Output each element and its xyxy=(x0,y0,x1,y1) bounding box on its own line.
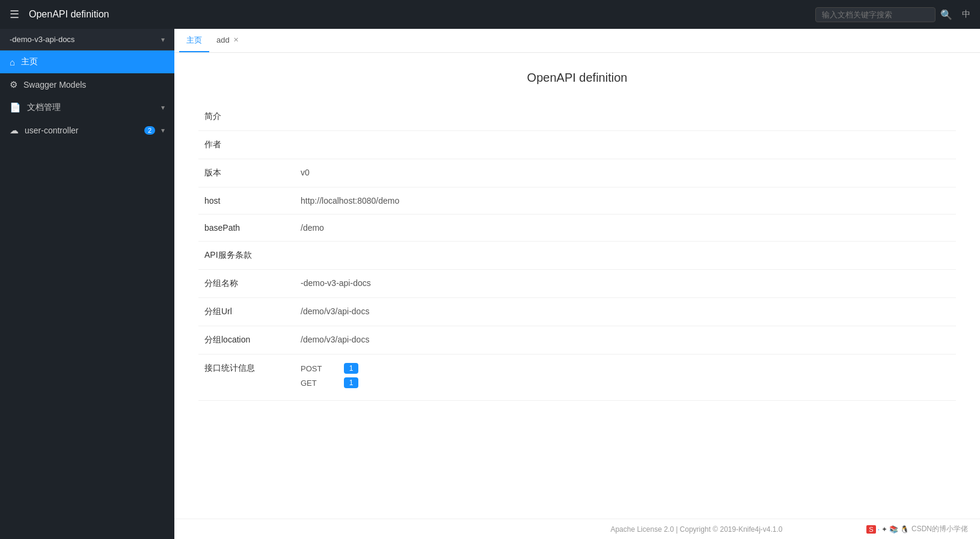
table-row: 分组location /demo/v3/api-docs xyxy=(198,326,956,355)
field-value: /demo/v3/api-docs xyxy=(295,326,956,355)
table-row: 作者 xyxy=(198,131,956,159)
field-label: 分组Url xyxy=(198,298,295,326)
method-label-get: GET xyxy=(301,379,337,388)
field-label: basePath xyxy=(198,215,295,242)
table-row-methods: 接口统计信息 POST 1 GET 1 xyxy=(198,355,956,401)
search-input[interactable] xyxy=(815,7,936,22)
tab-add[interactable]: add ✕ xyxy=(209,29,246,52)
field-label: 简介 xyxy=(198,103,295,131)
table-row: 分组名称 -demo-v3-api-docs xyxy=(198,270,956,298)
main-content: OpenAPI definition 简介 作者 版本 v0 xyxy=(174,53,980,519)
header-title: OpenAPI definition xyxy=(29,9,815,20)
field-value: http://localhost:8080/demo xyxy=(295,187,956,215)
field-label: 作者 xyxy=(198,131,295,159)
field-value: v0 xyxy=(295,159,956,187)
footer: Apache License 2.0 | Copyright © 2019-Kn… xyxy=(174,519,980,539)
table-row: host http://localhost:8080/demo xyxy=(198,187,956,215)
field-value xyxy=(295,131,956,159)
method-label-post: POST xyxy=(301,364,337,373)
menu-icon[interactable]: ☰ xyxy=(10,8,19,21)
book-icon: 📚 xyxy=(889,525,898,534)
info-table: 简介 作者 版本 v0 host http://localhost:8080/d… xyxy=(198,103,956,401)
close-icon[interactable]: ✕ xyxy=(233,36,239,44)
tab-home[interactable]: 主页 xyxy=(179,29,209,52)
field-value: /demo/v3/api-docs xyxy=(295,298,956,326)
footer-right: S · ✦ 📚 🐧 CSDN的博小学佬 xyxy=(866,524,968,534)
project-select-label: -demo-v3-api-docs xyxy=(10,35,75,44)
lang-button[interactable]: 中 xyxy=(962,9,970,20)
footer-right-icons: S · ✦ 📚 🐧 xyxy=(866,525,909,534)
field-label: host xyxy=(198,187,295,215)
sidebar-item-docs[interactable]: 📄 文档管理 ▾ xyxy=(0,96,174,119)
table-row: basePath /demo xyxy=(198,215,956,242)
chevron-down-icon: ▾ xyxy=(161,35,165,44)
field-label: 版本 xyxy=(198,159,295,187)
table-row: API服务条款 xyxy=(198,242,956,270)
field-label: API服务条款 xyxy=(198,242,295,270)
table-row: 分组Url /demo/v3/api-docs xyxy=(198,298,956,326)
chevron-down-icon: ▾ xyxy=(161,103,165,112)
table-row: 版本 v0 xyxy=(198,159,956,187)
field-label: 接口统计信息 xyxy=(198,355,295,401)
cloud-icon: ☁ xyxy=(10,125,19,136)
top-header: ☰ OpenAPI definition 🔍 中 xyxy=(0,0,980,29)
field-value: -demo-v3-api-docs xyxy=(295,270,956,298)
field-value-methods: POST 1 GET 1 xyxy=(295,355,956,401)
main-layout: -demo-v3-api-docs ▾ ⌂ 主页 ⚙ Swagger Model… xyxy=(0,29,980,539)
sidebar-item-label: 主页 xyxy=(21,56,165,67)
field-label: 分组location xyxy=(198,326,295,355)
field-value xyxy=(295,242,956,270)
field-value: /demo xyxy=(295,215,956,242)
table-row: 简介 xyxy=(198,103,956,131)
tab-label: add xyxy=(216,35,230,44)
method-badge-get: 1 xyxy=(344,377,358,388)
sidebar-item-label: user-controller xyxy=(25,126,138,135)
footer-right-label: CSDN的博小学佬 xyxy=(911,524,968,534)
star-icon: ✦ xyxy=(881,525,887,534)
chevron-down-icon: ▾ xyxy=(161,126,165,135)
document-icon: 📄 xyxy=(10,102,21,113)
content-area: 主页 add ✕ OpenAPI definition 简介 作者 xyxy=(174,29,980,539)
footer-center: Apache License 2.0 | Copyright © 2019-Kn… xyxy=(527,525,867,534)
badge: 2 xyxy=(144,126,155,135)
sidebar: -demo-v3-api-docs ▾ ⌂ 主页 ⚙ Swagger Model… xyxy=(0,29,174,539)
sidebar-item-user-controller[interactable]: ☁ user-controller 2 ▾ xyxy=(0,119,174,142)
field-value xyxy=(295,103,956,131)
gear-icon: ⚙ xyxy=(10,79,17,90)
sidebar-item-swagger[interactable]: ⚙ Swagger Models xyxy=(0,73,174,96)
tab-label: 主页 xyxy=(186,35,202,46)
method-row-post: POST 1 xyxy=(301,363,950,374)
sidebar-item-home[interactable]: ⌂ 主页 xyxy=(0,50,174,73)
home-icon: ⌂ xyxy=(10,57,15,67)
field-label: 分组名称 xyxy=(198,270,295,298)
tabs-bar: 主页 add ✕ xyxy=(174,29,980,53)
sidebar-nav: ⌂ 主页 ⚙ Swagger Models 📄 文档管理 ▾ ☁ user-co… xyxy=(0,50,174,142)
project-select[interactable]: -demo-v3-api-docs ▾ xyxy=(0,29,174,50)
method-badge-post: 1 xyxy=(344,363,358,374)
page-title: OpenAPI definition xyxy=(198,71,956,85)
qq-icon: 🐧 xyxy=(900,525,909,534)
sidebar-item-label: Swagger Models xyxy=(23,80,165,90)
sidebar-item-label: 文档管理 xyxy=(27,102,155,113)
method-row-get: GET 1 xyxy=(301,377,950,388)
header-search: 🔍 中 xyxy=(815,7,970,22)
dot-icon: · xyxy=(878,525,880,534)
s-icon: S xyxy=(866,525,875,534)
search-icon[interactable]: 🔍 xyxy=(940,9,952,20)
